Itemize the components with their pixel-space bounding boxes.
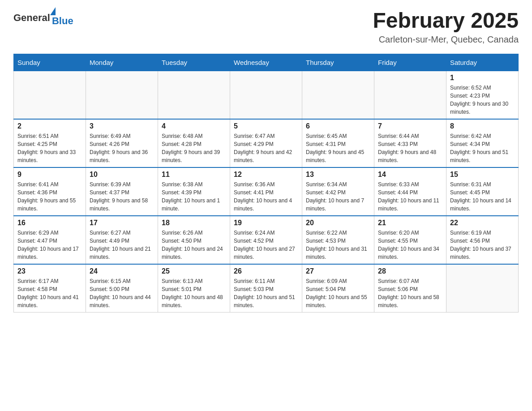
calendar-cell: 14Sunrise: 6:33 AMSunset: 4:44 PMDayligh… [374, 167, 446, 216]
calendar-cell: 17Sunrise: 6:27 AMSunset: 4:49 PMDayligh… [86, 216, 158, 264]
day-number: 25 [162, 267, 226, 275]
day-number: 27 [306, 267, 370, 275]
calendar-cell: 27Sunrise: 6:09 AMSunset: 5:04 PMDayligh… [302, 264, 374, 313]
day-info: Sunrise: 6:33 AMSunset: 4:44 PMDaylight:… [378, 180, 442, 213]
calendar-cell: 3Sunrise: 6:49 AMSunset: 4:26 PMDaylight… [86, 119, 158, 167]
day-number: 9 [17, 171, 82, 179]
day-info: Sunrise: 6:17 AMSunset: 4:58 PMDaylight:… [17, 277, 82, 309]
day-info: Sunrise: 6:39 AMSunset: 4:37 PMDaylight:… [90, 180, 154, 213]
day-info: Sunrise: 6:27 AMSunset: 4:49 PMDaylight:… [90, 229, 154, 261]
day-number: 1 [450, 74, 515, 82]
day-info: Sunrise: 6:44 AMSunset: 4:33 PMDaylight:… [378, 132, 442, 164]
day-number: 11 [162, 171, 226, 179]
logo-text-general: General [13, 12, 50, 24]
day-info: Sunrise: 6:13 AMSunset: 5:01 PMDaylight:… [162, 277, 226, 309]
calendar-cell: 7Sunrise: 6:44 AMSunset: 4:33 PMDaylight… [374, 119, 446, 167]
day-number: 21 [378, 219, 442, 227]
calendar-cell: 21Sunrise: 6:20 AMSunset: 4:55 PMDayligh… [374, 216, 446, 264]
day-number: 16 [17, 219, 82, 227]
day-number: 18 [162, 219, 226, 227]
day-info: Sunrise: 6:19 AMSunset: 4:56 PMDaylight:… [450, 229, 515, 261]
calendar-cell: 8Sunrise: 6:42 AMSunset: 4:34 PMDaylight… [446, 119, 519, 167]
day-info: Sunrise: 6:22 AMSunset: 4:53 PMDaylight:… [306, 229, 370, 261]
day-info: Sunrise: 6:52 AMSunset: 4:23 PMDaylight:… [450, 84, 515, 116]
month-title: February 2025 [373, 9, 519, 33]
calendar-cell: 15Sunrise: 6:31 AMSunset: 4:45 PMDayligh… [446, 167, 519, 216]
calendar-cell: 26Sunrise: 6:11 AMSunset: 5:03 PMDayligh… [230, 264, 302, 313]
day-number: 4 [162, 122, 226, 130]
day-info: Sunrise: 6:49 AMSunset: 4:26 PMDaylight:… [90, 132, 154, 164]
day-info: Sunrise: 6:38 AMSunset: 4:39 PMDaylight:… [162, 180, 226, 213]
calendar-cell [374, 71, 446, 119]
day-number: 14 [378, 171, 442, 179]
day-number: 5 [234, 122, 298, 130]
day-number: 24 [90, 267, 154, 275]
calendar-cell: 25Sunrise: 6:13 AMSunset: 5:01 PMDayligh… [158, 264, 230, 313]
day-info: Sunrise: 6:11 AMSunset: 5:03 PMDaylight:… [234, 277, 298, 309]
day-number: 17 [90, 219, 154, 227]
day-number: 6 [306, 122, 370, 130]
day-number: 28 [378, 267, 442, 275]
day-info: Sunrise: 6:45 AMSunset: 4:31 PMDaylight:… [306, 132, 370, 164]
calendar-week-row: 1Sunrise: 6:52 AMSunset: 4:23 PMDaylight… [14, 71, 519, 119]
page-header: General Blue February 2025 Carleton-sur-… [13, 9, 519, 45]
day-info: Sunrise: 6:36 AMSunset: 4:41 PMDaylight:… [234, 180, 298, 213]
calendar-cell: 18Sunrise: 6:26 AMSunset: 4:50 PMDayligh… [158, 216, 230, 264]
calendar-cell: 11Sunrise: 6:38 AMSunset: 4:39 PMDayligh… [158, 167, 230, 216]
title-block: February 2025 Carleton-sur-Mer, Quebec, … [373, 9, 519, 45]
calendar-week-row: 9Sunrise: 6:41 AMSunset: 4:36 PMDaylight… [14, 167, 519, 216]
day-number: 13 [306, 171, 370, 179]
calendar-cell: 16Sunrise: 6:29 AMSunset: 4:47 PMDayligh… [14, 216, 86, 264]
logo: General Blue [13, 9, 73, 27]
day-number: 22 [450, 219, 515, 227]
day-info: Sunrise: 6:15 AMSunset: 5:00 PMDaylight:… [90, 277, 154, 309]
calendar-cell: 1Sunrise: 6:52 AMSunset: 4:23 PMDaylight… [446, 71, 519, 119]
calendar-week-row: 2Sunrise: 6:51 AMSunset: 4:25 PMDaylight… [14, 119, 519, 167]
day-number: 26 [234, 267, 298, 275]
weekday-header-friday: Friday [374, 54, 446, 71]
day-info: Sunrise: 6:41 AMSunset: 4:36 PMDaylight:… [17, 180, 82, 213]
day-info: Sunrise: 6:34 AMSunset: 4:42 PMDaylight:… [306, 180, 370, 213]
calendar-week-row: 23Sunrise: 6:17 AMSunset: 4:58 PMDayligh… [14, 264, 519, 313]
weekday-header-monday: Monday [86, 54, 158, 71]
calendar-week-row: 16Sunrise: 6:29 AMSunset: 4:47 PMDayligh… [14, 216, 519, 264]
day-number: 23 [17, 267, 82, 275]
day-info: Sunrise: 6:51 AMSunset: 4:25 PMDaylight:… [17, 132, 82, 164]
day-number: 7 [378, 122, 442, 130]
logo-text-blue: Blue [52, 15, 73, 27]
day-number: 2 [17, 122, 82, 130]
calendar-cell: 5Sunrise: 6:47 AMSunset: 4:29 PMDaylight… [230, 119, 302, 167]
day-number: 12 [234, 171, 298, 179]
day-info: Sunrise: 6:47 AMSunset: 4:29 PMDaylight:… [234, 132, 298, 164]
calendar-cell [158, 71, 230, 119]
day-info: Sunrise: 6:42 AMSunset: 4:34 PMDaylight:… [450, 132, 515, 164]
calendar-cell: 10Sunrise: 6:39 AMSunset: 4:37 PMDayligh… [86, 167, 158, 216]
day-number: 19 [234, 219, 298, 227]
day-info: Sunrise: 6:31 AMSunset: 4:45 PMDaylight:… [450, 180, 515, 213]
calendar-cell: 13Sunrise: 6:34 AMSunset: 4:42 PMDayligh… [302, 167, 374, 216]
calendar-cell: 9Sunrise: 6:41 AMSunset: 4:36 PMDaylight… [14, 167, 86, 216]
day-info: Sunrise: 6:48 AMSunset: 4:28 PMDaylight:… [162, 132, 226, 164]
day-info: Sunrise: 6:24 AMSunset: 4:52 PMDaylight:… [234, 229, 298, 261]
day-info: Sunrise: 6:20 AMSunset: 4:55 PMDaylight:… [378, 229, 442, 261]
day-info: Sunrise: 6:07 AMSunset: 5:06 PMDaylight:… [378, 277, 442, 309]
day-number: 8 [450, 122, 515, 130]
calendar-cell [230, 71, 302, 119]
calendar-cell [86, 71, 158, 119]
weekday-header-row: SundayMondayTuesdayWednesdayThursdayFrid… [14, 54, 519, 71]
calendar-cell: 4Sunrise: 6:48 AMSunset: 4:28 PMDaylight… [158, 119, 230, 167]
calendar-cell: 6Sunrise: 6:45 AMSunset: 4:31 PMDaylight… [302, 119, 374, 167]
day-number: 10 [90, 171, 154, 179]
day-number: 15 [450, 171, 515, 179]
calendar-cell [446, 264, 519, 313]
day-number: 20 [306, 219, 370, 227]
location-subtitle: Carleton-sur-Mer, Quebec, Canada [373, 34, 519, 45]
calendar-cell: 23Sunrise: 6:17 AMSunset: 4:58 PMDayligh… [14, 264, 86, 313]
logo-triangle-icon [50, 7, 56, 15]
weekday-header-tuesday: Tuesday [158, 54, 230, 71]
weekday-header-saturday: Saturday [446, 54, 519, 71]
weekday-header-wednesday: Wednesday [230, 54, 302, 71]
calendar-cell: 22Sunrise: 6:19 AMSunset: 4:56 PMDayligh… [446, 216, 519, 264]
calendar-cell: 19Sunrise: 6:24 AMSunset: 4:52 PMDayligh… [230, 216, 302, 264]
day-info: Sunrise: 6:09 AMSunset: 5:04 PMDaylight:… [306, 277, 370, 309]
